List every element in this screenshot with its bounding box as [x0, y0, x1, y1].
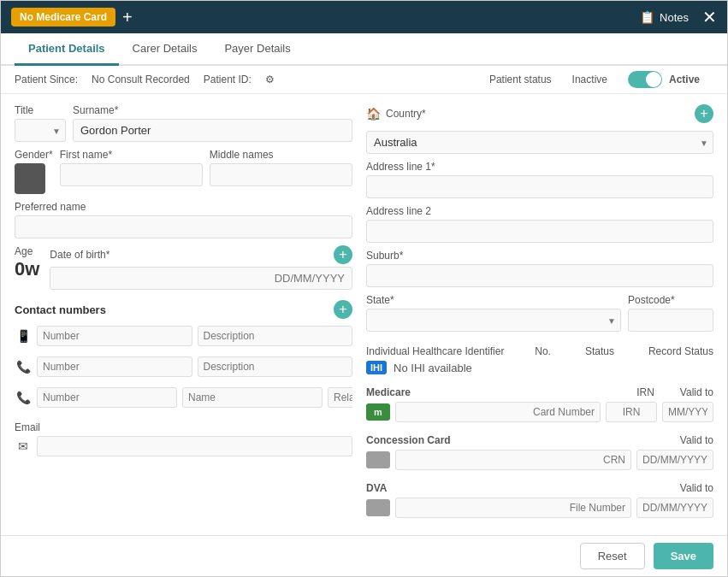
email-label: Email: [15, 421, 352, 433]
surname-input[interactable]: [73, 119, 352, 142]
reset-button[interactable]: Reset: [580, 543, 645, 569]
dob-input[interactable]: [50, 267, 352, 290]
postcode-input[interactable]: [628, 309, 713, 332]
dob-label: Date of birth*: [50, 249, 109, 261]
mobile-icon: 📱: [15, 329, 32, 343]
dva-file-input[interactable]: [395, 498, 631, 518]
address2-group: Address line 2: [366, 205, 713, 243]
dob-header: Date of birth* +: [50, 245, 352, 264]
close-button[interactable]: ✕: [702, 7, 717, 27]
contact-row-2: 📞: [15, 356, 352, 377]
middlename-group: Middle names: [210, 149, 352, 186]
medicare-irn-label: IRN: [636, 386, 654, 398]
middlename-input[interactable]: [210, 163, 352, 186]
main-content: Title ▼ Surname* Gender*: [1, 94, 727, 535]
firstname-group: First name*: [60, 149, 203, 186]
firstname-input[interactable]: [60, 163, 203, 186]
contact-number-3[interactable]: [37, 387, 177, 408]
dob-add-button[interactable]: +: [334, 245, 352, 264]
ihi-badge: IHI: [366, 361, 387, 374]
address1-input[interactable]: [366, 175, 713, 198]
save-button[interactable]: Save: [654, 543, 713, 569]
tab-payer-details[interactable]: Payer Details: [210, 33, 304, 66]
country-label-row: 🏠 Country* +: [366, 104, 713, 123]
contact-desc-2[interactable]: [198, 356, 353, 377]
preferred-input[interactable]: [15, 215, 352, 238]
gender-selector[interactable]: [15, 163, 45, 194]
concession-crn-input[interactable]: [395, 450, 631, 470]
contact-name-3[interactable]: [182, 387, 323, 408]
emergency-icon: 📞: [15, 391, 32, 404]
medicare-card-input[interactable]: [395, 402, 601, 422]
ihi-no-label: No.: [535, 345, 551, 357]
firstname-label: First name*: [60, 149, 203, 161]
patient-status: Patient status Inactive Active: [489, 71, 713, 88]
preferred-label: Preferred name: [15, 201, 352, 213]
dva-valid-label: Valid to: [680, 482, 713, 494]
state-label: State*: [366, 294, 621, 306]
suburb-group: Suburb*: [366, 250, 713, 287]
email-input[interactable]: [37, 436, 352, 456]
title-surname-row: Title ▼ Surname*: [15, 104, 352, 142]
tab-patient-details[interactable]: Patient Details: [15, 33, 119, 66]
status-toggle[interactable]: [628, 71, 662, 88]
contact-relationship-3[interactable]: [328, 387, 352, 408]
contact-number-2[interactable]: [37, 356, 192, 377]
medicare-irn-input[interactable]: [606, 402, 657, 422]
age-label: Age: [15, 245, 39, 257]
postcode-group: Postcode*: [628, 294, 713, 332]
address1-group: Address line 1*: [366, 161, 713, 198]
tab-carer-details[interactable]: Carer Details: [119, 33, 211, 66]
email-row: ✉: [15, 436, 352, 456]
contact-number-1[interactable]: [37, 326, 192, 346]
concession-valid-input[interactable]: [636, 450, 713, 470]
dva-icon: [366, 499, 390, 516]
country-select[interactable]: Australia: [366, 131, 713, 154]
age-group: Age 0w: [15, 245, 39, 279]
dob-group: Date of birth* +: [50, 245, 352, 290]
address2-label: Address line 2: [366, 205, 713, 217]
title-select[interactable]: [15, 119, 66, 142]
patient-since-label: Patient Since:: [15, 74, 78, 85]
address1-label: Address line 1*: [366, 161, 713, 173]
suburb-input[interactable]: [366, 264, 713, 287]
medicare-valid-input[interactable]: [662, 402, 713, 422]
contact-desc-1[interactable]: [198, 326, 353, 346]
footer: Reset Save: [1, 535, 727, 576]
email-icon: ✉: [15, 439, 32, 453]
state-postcode-row: State* ▼ Postcode*: [366, 294, 713, 332]
postcode-label: Postcode*: [628, 294, 713, 306]
title-select-wrapper: ▼: [15, 119, 66, 142]
country-group: 🏠 Country* + Australia ▼: [366, 104, 713, 154]
country-label: Country*: [386, 108, 426, 120]
medicare-badge[interactable]: No Medicare Card: [11, 8, 115, 26]
active-label: Active: [669, 74, 700, 85]
concession-header: Concession Card Valid to: [366, 434, 713, 446]
preferred-group: Preferred name: [15, 201, 352, 238]
state-group: State* ▼: [366, 294, 621, 332]
state-select-wrapper: ▼: [366, 309, 621, 332]
contact-section-title: Contact numbers: [15, 303, 106, 316]
suburb-label: Suburb*: [366, 250, 713, 262]
phone-icon: 📞: [15, 360, 32, 374]
patient-id-label: Patient ID:: [204, 74, 252, 85]
country-add-button[interactable]: +: [695, 104, 713, 123]
notes-button[interactable]: 📋 Notes: [640, 10, 689, 24]
add-contact-button[interactable]: +: [334, 300, 352, 319]
address2-input[interactable]: [366, 220, 713, 243]
title-label: Title: [15, 104, 66, 116]
medicare-badge-letter: m: [374, 407, 382, 417]
concession-row: [366, 450, 713, 470]
dva-label: DVA: [366, 482, 387, 494]
title-group: Title ▼: [15, 104, 66, 142]
ihi-header: Individual Healthcare Identifier No. Sta…: [366, 345, 713, 357]
right-panel: 🏠 Country* + Australia ▼ Address line 1*: [366, 104, 713, 525]
patient-id-gear-icon[interactable]: ⚙: [265, 74, 275, 85]
toggle-thumb: [646, 72, 661, 87]
header: No Medicare Card + 📋 Notes ✕: [1, 1, 727, 33]
state-select[interactable]: [366, 309, 621, 332]
main-window: No Medicare Card + 📋 Notes ✕ Patient Det…: [0, 0, 728, 577]
add-tab-button[interactable]: +: [122, 8, 133, 27]
age-value: 0w: [15, 260, 39, 279]
dva-valid-input[interactable]: [636, 498, 713, 518]
